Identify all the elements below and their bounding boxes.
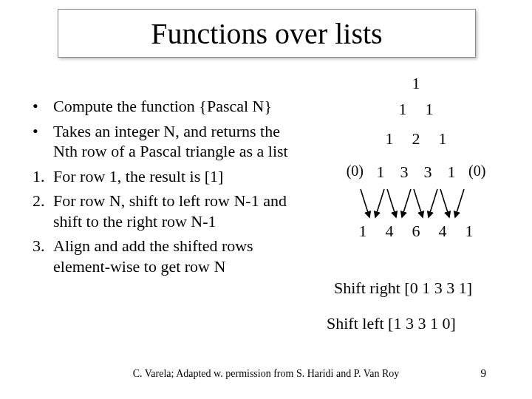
bullet-marker: • <box>33 121 53 162</box>
bullet-text: For row 1, the result is [1] <box>53 166 304 187</box>
pascal-value: 1 <box>383 129 396 149</box>
pascal-value: 1 <box>445 163 458 182</box>
bullet-text: Compute the function {Pascal N} <box>53 96 304 117</box>
shift-left-line: Shift left [1 3 3 1 0] <box>327 314 456 333</box>
svg-line-0 <box>361 189 369 217</box>
svg-line-5 <box>429 189 437 217</box>
bullet-text: For row N, shift to left row N-1 and shi… <box>53 191 304 231</box>
svg-line-4 <box>414 189 423 217</box>
list-item: 1. For row 1, the result is [1] <box>33 166 304 187</box>
bullet-text: Takes an integer N, and returns the Nth … <box>53 121 304 162</box>
pascal-value: 1 <box>409 74 423 93</box>
slide-title: Functions over lists <box>58 9 476 58</box>
list-item: • Takes an integer N, and returns the Nt… <box>33 121 304 162</box>
pascal-value: 1 <box>374 163 387 182</box>
svg-line-1 <box>375 189 384 217</box>
bullet-marker: 3. <box>33 236 53 276</box>
pascal-zero-left: (0) <box>347 163 364 182</box>
pascal-value: 1 <box>423 100 436 119</box>
slide-title-text: Functions over lists <box>151 16 382 51</box>
footer-credit: C. Varela; Adapted w. permission from S.… <box>0 368 532 380</box>
shift-right-label: Shift right <box>334 279 400 297</box>
shift-left-label: Shift left <box>327 314 384 332</box>
pascal-zero-right: (0) <box>468 163 485 182</box>
list-item: 2. For row N, shift to left row N-1 and … <box>33 191 304 231</box>
shift-left-value: [1 3 3 1 0] <box>388 314 456 332</box>
bullet-marker: • <box>33 96 53 117</box>
svg-line-6 <box>440 189 449 217</box>
bullet-text: Align and add the shifted rows element-w… <box>53 236 304 276</box>
list-item: • Compute the function {Pascal N} <box>33 96 304 117</box>
pascal-value: 3 <box>421 163 434 182</box>
pascal-value: 1 <box>396 100 409 119</box>
pascal-value: 2 <box>409 129 423 149</box>
list-item: 3. Align and add the shifted rows elemen… <box>33 236 304 276</box>
bullet-marker: 1. <box>33 166 53 187</box>
shift-right-line: Shift right [0 1 3 3 1] <box>334 279 472 298</box>
bullet-list: • Compute the function {Pascal N} • Take… <box>33 96 304 281</box>
pascal-value: 1 <box>436 129 449 149</box>
page-number: 9 <box>481 367 487 380</box>
pascal-triangle: 1 1 1 1 2 1 (0) 1 3 3 1 (0) 1 4 6 4 1 <box>316 74 516 281</box>
svg-line-2 <box>387 189 396 217</box>
shift-right-value: [0 1 3 3 1] <box>404 279 472 297</box>
pascal-value: 3 <box>398 163 411 182</box>
bullet-marker: 2. <box>33 191 53 231</box>
svg-line-3 <box>402 189 411 217</box>
svg-line-7 <box>455 189 464 217</box>
zigzag-arrows-icon <box>316 186 516 231</box>
